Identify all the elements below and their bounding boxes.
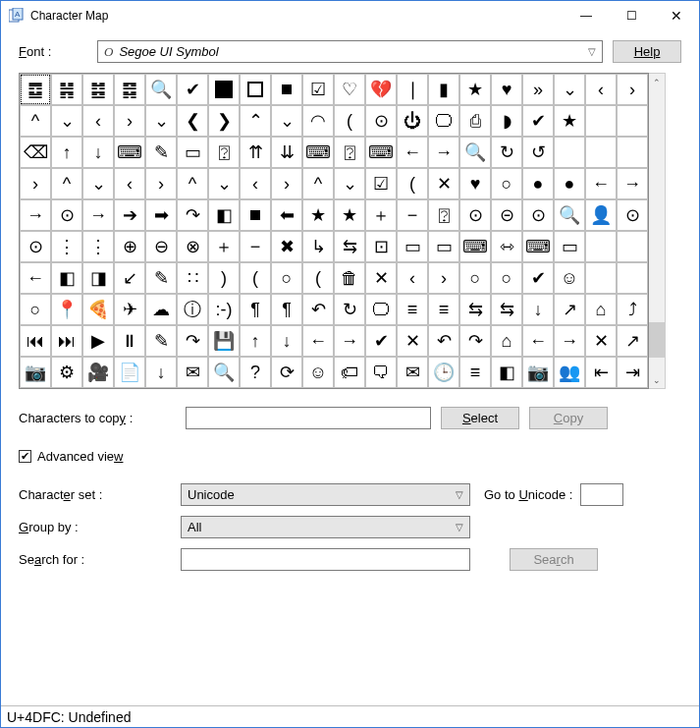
character-cell[interactable]: ?	[240, 357, 271, 388]
character-cell[interactable]: ⟳	[271, 357, 302, 388]
scrollbar[interactable]: ⌃ ⌄	[649, 73, 666, 389]
character-cell[interactable]: 🗨	[365, 357, 397, 388]
character-cell[interactable]	[617, 137, 648, 168]
character-cell[interactable]: ⌨	[459, 231, 491, 262]
character-cell[interactable]: ◠	[302, 105, 334, 137]
character-cell[interactable]: 🔍	[554, 199, 585, 231]
character-cell[interactable]: ↻	[334, 294, 365, 325]
character-cell[interactable]: ›	[145, 168, 177, 199]
character-cell[interactable]: −	[397, 199, 428, 231]
character-cell[interactable]: ⌂	[491, 325, 522, 357]
character-cell[interactable]: ⌨	[522, 231, 554, 262]
character-cell[interactable]: )	[208, 262, 240, 294]
character-cell[interactable]: ^	[20, 105, 51, 137]
character-cell[interactable]: ↙	[114, 262, 145, 294]
character-cell[interactable]: →	[554, 325, 585, 357]
character-cell[interactable]: 🔍	[208, 357, 240, 388]
character-cell[interactable]: ⏮	[20, 325, 51, 357]
character-cell[interactable]: ←	[585, 168, 617, 199]
character-cell[interactable]	[208, 74, 240, 105]
character-cell[interactable]: ◗	[491, 105, 522, 137]
character-cell[interactable]: ↷	[177, 199, 208, 231]
scroll-thumb[interactable]	[649, 322, 665, 358]
character-cell[interactable]: ○	[459, 262, 491, 294]
character-cell[interactable]: →	[20, 199, 51, 231]
character-cell[interactable]: ⌄	[82, 168, 114, 199]
character-cell[interactable]: ⊙	[365, 105, 397, 137]
character-cell[interactable]: ^	[51, 168, 82, 199]
character-cell[interactable]: ⊙	[617, 199, 648, 231]
character-cell[interactable]: ★	[302, 199, 334, 231]
character-cell[interactable]: ↻	[491, 137, 522, 168]
scroll-up-button[interactable]: ⌃	[649, 74, 665, 90]
character-cell[interactable]: ✎	[145, 325, 177, 357]
character-cell[interactable]: ⬅	[271, 199, 302, 231]
character-cell[interactable]: ✉	[397, 357, 428, 388]
character-cell[interactable]: ⇥	[617, 357, 648, 388]
character-cell[interactable]: ●	[522, 168, 554, 199]
character-cell[interactable]: 💾	[208, 325, 240, 357]
character-cell[interactable]: ‹	[114, 168, 145, 199]
character-cell[interactable]: :-)	[208, 294, 240, 325]
search-button[interactable]: Search	[510, 548, 598, 571]
character-cell[interactable]: ↓	[82, 137, 114, 168]
character-cell[interactable]: ⋮	[51, 231, 82, 262]
character-cell[interactable]: ∷	[177, 262, 208, 294]
character-cell[interactable]: ♥	[459, 168, 491, 199]
character-cell[interactable]: ⊙	[459, 199, 491, 231]
character-cell[interactable]: (	[240, 262, 271, 294]
character-cell[interactable]: »	[522, 74, 554, 105]
character-cell[interactable]: ⤴	[617, 294, 648, 325]
character-cell[interactable]: ^	[177, 168, 208, 199]
character-cell[interactable]: ䷿	[114, 74, 145, 105]
character-cell[interactable]: ☺	[302, 357, 334, 388]
character-cell[interactable]: ◧	[491, 357, 522, 388]
character-cell[interactable]: ♥	[491, 74, 522, 105]
character-cell[interactable]: ✔	[522, 105, 554, 137]
character-cell[interactable]: ✉	[177, 357, 208, 388]
character-cell[interactable]: ✕	[428, 168, 459, 199]
character-cell[interactable]: −	[240, 231, 271, 262]
character-cell[interactable]: ✔	[365, 325, 397, 357]
character-cell[interactable]: ䷼	[20, 74, 51, 105]
character-cell[interactable]: ›	[114, 105, 145, 137]
character-cell[interactable]: →	[334, 325, 365, 357]
character-cell[interactable]: ⌄	[334, 168, 365, 199]
character-cell[interactable]: ○	[20, 294, 51, 325]
character-cell[interactable]: ↶	[428, 325, 459, 357]
character-cell[interactable]: 🎥	[82, 357, 114, 388]
character-cell[interactable]: ↶	[302, 294, 334, 325]
character-cell[interactable]: ↗	[617, 325, 648, 357]
goto-input[interactable]	[580, 483, 623, 506]
character-cell[interactable]: ⊙	[20, 231, 51, 262]
character-cell[interactable]: ▭	[177, 137, 208, 168]
character-cell[interactable]: ➔	[114, 199, 145, 231]
character-cell[interactable]: ⊖	[145, 231, 177, 262]
minimize-button[interactable]: —	[564, 1, 609, 30]
character-cell[interactable]: ↑	[240, 325, 271, 357]
character-cell[interactable]: (	[334, 105, 365, 137]
select-button[interactable]: Select	[441, 407, 519, 429]
character-cell[interactable]: ›	[271, 168, 302, 199]
character-cell[interactable]: →	[617, 168, 648, 199]
character-cell[interactable]	[585, 137, 617, 168]
character-cell[interactable]: 🔍	[145, 74, 177, 105]
character-cell[interactable]: ✕	[365, 262, 397, 294]
character-cell[interactable]: ↓	[145, 357, 177, 388]
character-cell[interactable]: ⌨	[302, 137, 334, 168]
character-cell[interactable]: ≡	[428, 294, 459, 325]
character-cell[interactable]: ⌄	[208, 168, 240, 199]
character-cell[interactable]: 🏷	[334, 357, 365, 388]
character-cell[interactable]: ⊡	[365, 231, 397, 262]
character-cell[interactable]: →	[428, 137, 459, 168]
character-cell[interactable]: ★	[459, 74, 491, 105]
groupby-combobox[interactable]: All ▽	[181, 516, 470, 538]
character-cell[interactable]	[617, 105, 648, 137]
character-cell[interactable]: 👥	[554, 357, 585, 388]
character-cell[interactable]	[617, 231, 648, 262]
character-cell[interactable]: ⍰	[208, 137, 240, 168]
character-cell[interactable]: ⏻	[397, 105, 428, 137]
character-cell[interactable]: ⌨	[365, 137, 397, 168]
character-cell[interactable]: ♡	[334, 74, 365, 105]
character-cell[interactable]: ＋	[208, 231, 240, 262]
